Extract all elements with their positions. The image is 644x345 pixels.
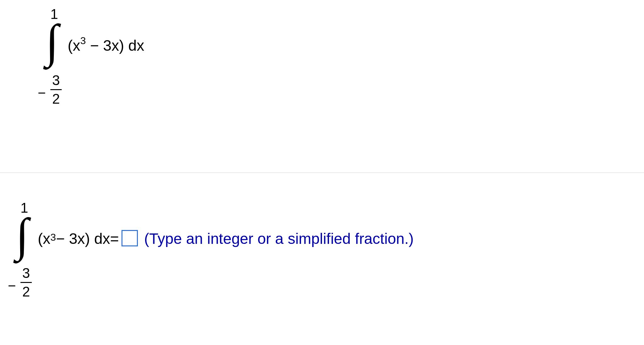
- answer-hint-text: (Type an integer or a simplified fractio…: [144, 230, 414, 247]
- fraction-denominator: 2: [22, 285, 30, 299]
- integrand-open: (x: [68, 37, 80, 54]
- integrand-open: (x: [38, 230, 50, 247]
- fraction-denominator: 2: [52, 92, 60, 106]
- integrand-rest: − 3x) dx: [56, 230, 110, 247]
- fraction-bar-icon: [20, 282, 32, 283]
- bottom-integral-lower-limit-sign: −: [8, 278, 16, 294]
- fraction-numerator: 3: [22, 266, 30, 280]
- equals-sign: =: [110, 230, 119, 247]
- fraction-bar-icon: [50, 89, 62, 90]
- top-integral-lower-limit-sign: −: [38, 85, 46, 101]
- integrand-rest: − 3x) dx: [86, 37, 144, 54]
- math-problem-page: 1 ∫ (x3 − 3x) dx − 3 2 1 ∫ − 3 2 (x3 − 3…: [0, 0, 644, 345]
- integral-symbol-icon: ∫: [16, 211, 29, 258]
- top-integral-lower-limit-fraction: 3 2: [50, 73, 62, 106]
- integral-symbol-icon: ∫: [46, 17, 59, 65]
- integrand-exponent: 3: [80, 35, 86, 46]
- section-divider: [0, 172, 644, 173]
- integrand-exponent: 3: [50, 232, 56, 243]
- answer-input[interactable]: [121, 230, 138, 246]
- bottom-integral-lower-limit-fraction: 3 2: [20, 266, 32, 299]
- bottom-integral-integrand: (x3 − 3x) dx = (Type an integer or a sim…: [38, 230, 414, 247]
- fraction-numerator: 3: [52, 73, 60, 87]
- top-integral-integrand: (x3 − 3x) dx: [68, 36, 144, 54]
